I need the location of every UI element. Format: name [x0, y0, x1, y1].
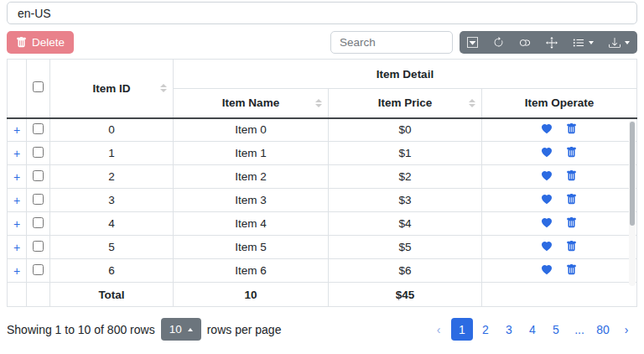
heart-icon [542, 218, 552, 228]
page-button-1[interactable]: 1 [451, 318, 473, 341]
row-checkbox[interactable] [33, 241, 44, 252]
row-checkbox[interactable] [33, 123, 44, 134]
sort-icon [469, 99, 475, 107]
row-checkbox[interactable] [33, 217, 44, 228]
heart-icon [542, 195, 552, 205]
header-expand [8, 60, 27, 118]
select-all-checkbox[interactable] [33, 81, 44, 92]
toolbar: Delete [7, 31, 637, 54]
row-name-cell: Item 1 [174, 142, 329, 165]
heart-icon [542, 242, 552, 252]
expand-cell: + [8, 189, 27, 212]
row-price-cell: $2 [329, 165, 482, 189]
page-button-3[interactable]: 3 [498, 318, 520, 341]
fullscreen-button[interactable] [538, 31, 565, 54]
expand-cell: + [8, 259, 27, 283]
expand-row-button[interactable]: + [13, 217, 20, 231]
expand-row-button[interactable]: + [13, 241, 20, 254]
total-count-cell: 10 [174, 283, 329, 307]
header-item-name[interactable]: Item Name [174, 89, 329, 118]
row-operate-cell [482, 212, 637, 236]
header-select-all [27, 60, 50, 118]
expand-cell: + [8, 118, 27, 142]
page-button-80[interactable]: 80 [592, 318, 614, 341]
remove-button[interactable] [566, 123, 577, 134]
page-prev-button[interactable]: ‹ [428, 318, 449, 341]
pagination: ‹12345...80› [428, 318, 637, 341]
total-empty-cell [27, 283, 50, 307]
expand-row-button[interactable]: + [13, 147, 20, 160]
like-button[interactable] [542, 124, 552, 134]
like-button[interactable] [542, 265, 552, 275]
page-size-value: 10 [169, 323, 182, 336]
header-item-id[interactable]: Item ID [50, 60, 174, 118]
remove-button[interactable] [566, 147, 577, 158]
row-checkbox[interactable] [33, 147, 44, 158]
trash-icon [566, 241, 577, 252]
expand-cell: + [8, 236, 27, 259]
locale-input[interactable] [7, 2, 637, 24]
checkbox-cell [27, 142, 50, 165]
table-body: + 0 Item 0 $0 + 1 Item 1 $1 + 2 Item 2 $… [8, 118, 637, 283]
scrollbar-thumb[interactable] [630, 122, 635, 226]
checkbox-cell [27, 165, 50, 189]
pagination-detail: Showing 1 to 10 of 800 rows 10 rows per … [7, 318, 281, 341]
caret-down-square-icon [467, 37, 478, 48]
remove-button[interactable] [566, 194, 577, 205]
remove-button[interactable] [566, 264, 577, 275]
page-size-dropdown[interactable]: 10 [161, 318, 201, 341]
trash-icon [16, 37, 27, 48]
row-id-cell: 5 [50, 236, 174, 259]
table-header: Item ID Item Detail Item Name Item Price [8, 60, 637, 118]
refresh-button[interactable] [486, 31, 512, 54]
expand-cell: + [8, 212, 27, 236]
row-checkbox[interactable] [33, 194, 44, 205]
table-row: + 1 Item 1 $1 [8, 142, 637, 165]
export-download-icon [609, 37, 621, 49]
header-item-price[interactable]: Item Price [329, 89, 482, 118]
row-id-cell: 2 [50, 165, 174, 189]
like-button[interactable] [542, 171, 552, 181]
chevron-down-icon [589, 41, 594, 44]
row-operate-cell [482, 118, 637, 142]
page-button-4[interactable]: 4 [522, 318, 543, 341]
columns-dropdown-button[interactable] [565, 31, 601, 54]
like-button[interactable] [542, 218, 552, 228]
expand-row-button[interactable]: + [13, 170, 20, 184]
toggle-view-button[interactable] [512, 31, 538, 54]
remove-button[interactable] [566, 217, 577, 228]
row-checkbox[interactable] [33, 264, 44, 275]
remove-button[interactable] [566, 241, 577, 252]
page-button-2[interactable]: 2 [475, 318, 496, 341]
like-button[interactable] [542, 195, 552, 205]
row-name-cell: Item 0 [174, 118, 329, 142]
checkbox-cell [27, 118, 50, 142]
search-input[interactable] [330, 31, 453, 54]
row-id-cell: 6 [50, 259, 174, 283]
page-ellipsis[interactable]: ... [569, 318, 590, 341]
row-name-cell: Item 2 [174, 165, 329, 189]
chevron-down-icon [625, 41, 630, 44]
row-checkbox[interactable] [33, 170, 44, 181]
expand-row-button[interactable]: + [13, 264, 20, 278]
sort-icon [315, 99, 322, 107]
expand-row-button[interactable]: + [13, 123, 20, 137]
table-scrollbar[interactable] [629, 120, 636, 286]
export-dropdown-button[interactable] [601, 31, 637, 54]
row-price-cell: $0 [329, 118, 482, 142]
page-next-button[interactable]: › [615, 318, 637, 341]
like-button[interactable] [542, 242, 552, 252]
like-button[interactable] [542, 148, 552, 158]
heart-icon [542, 124, 552, 134]
remove-button[interactable] [566, 170, 577, 181]
pagination-switch-button[interactable] [460, 31, 486, 54]
row-id-cell: 0 [50, 118, 174, 142]
delete-button[interactable]: Delete [7, 31, 74, 54]
trash-icon [566, 147, 577, 158]
sort-icon [160, 84, 167, 92]
delete-button-label: Delete [32, 36, 65, 49]
item-table: Item ID Item Detail Item Name Item Price [7, 59, 637, 307]
table-row: + 0 Item 0 $0 [8, 118, 637, 142]
expand-row-button[interactable]: + [13, 194, 20, 207]
page-button-5[interactable]: 5 [545, 318, 567, 341]
